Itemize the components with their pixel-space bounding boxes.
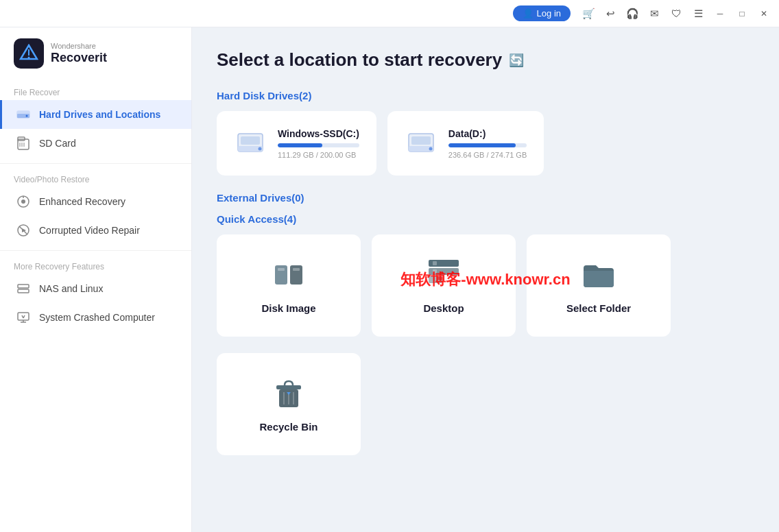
section-file-recover: File Recover bbox=[0, 82, 191, 100]
desktop-icon bbox=[426, 257, 462, 293]
drive-progress-bar-c bbox=[278, 143, 359, 147]
logo-icon bbox=[14, 38, 44, 69]
svg-rect-37 bbox=[278, 268, 285, 271]
section-video-photo: Video/Photo Restore bbox=[0, 169, 191, 187]
sidebar-item-sd-card[interactable]: SD Card bbox=[0, 129, 191, 158]
sidebar-item-label: Corrupted Video Repair bbox=[39, 225, 140, 236]
quick-access-row: Disk Image Desktop bbox=[217, 234, 754, 337]
svg-point-12 bbox=[21, 200, 25, 204]
drive-progress-fill-d bbox=[448, 143, 516, 147]
svg-rect-43 bbox=[433, 269, 437, 274]
drive-sizes-d: 236.64 GB / 274.71 GB bbox=[448, 151, 527, 159]
headset-icon[interactable]: 🎧 bbox=[623, 4, 642, 23]
sidebar-item-enhanced-recovery[interactable]: Enhanced Recovery bbox=[0, 187, 191, 216]
sidebar-item-label: NAS and Linux bbox=[39, 283, 103, 294]
app-container: Wondershare Recoverit File Recover Hard … bbox=[0, 27, 779, 532]
disk-image-icon bbox=[271, 257, 307, 293]
quick-card-recycle-bin[interactable]: Recycle Bin bbox=[217, 353, 361, 455]
system-crashed-icon bbox=[16, 310, 31, 325]
sidebar-item-label: Hard Drives and Locations bbox=[39, 109, 160, 120]
enhanced-recovery-icon bbox=[16, 194, 31, 209]
shield-icon[interactable]: 🛡 bbox=[667, 4, 686, 23]
sidebar-item-corrupted-video[interactable]: Corrupted Video Repair bbox=[0, 216, 191, 245]
sidebar-item-label: System Crashed Computer bbox=[39, 312, 155, 323]
close-button[interactable]: ✕ bbox=[754, 4, 774, 23]
svg-point-30 bbox=[259, 147, 262, 151]
main-content: 知软博客-www.knowr.cn Select a location to s… bbox=[192, 27, 779, 532]
page-title: Select a location to start recovery bbox=[217, 49, 502, 71]
page-header: Select a location to start recovery 🔄 bbox=[217, 49, 754, 71]
corrupted-video-icon bbox=[16, 223, 31, 238]
sidebar-divider-1 bbox=[0, 163, 191, 164]
disk-image-label: Disk Image bbox=[261, 302, 315, 314]
desktop-label: Desktop bbox=[423, 302, 464, 314]
drive-icon-d bbox=[405, 127, 438, 160]
login-label: Log in bbox=[537, 8, 561, 19]
product-name: Recoverit bbox=[51, 51, 107, 66]
logo-text: Wondershare Recoverit bbox=[51, 42, 107, 66]
maximize-button[interactable]: □ bbox=[732, 4, 752, 23]
svg-rect-22 bbox=[18, 313, 29, 320]
svg-point-2 bbox=[28, 57, 30, 59]
drive-card-c[interactable]: Windows-SSD(C:) 111.29 GB / 200.00 GB bbox=[217, 111, 376, 176]
quick-card-disk-image[interactable]: Disk Image bbox=[217, 234, 361, 337]
svg-rect-41 bbox=[429, 276, 442, 283]
drive-icon-c bbox=[234, 127, 267, 160]
drive-name-d: Data(D:) bbox=[448, 128, 527, 139]
drive-info-d: Data(D:) 236.64 GB / 274.71 GB bbox=[448, 128, 527, 159]
minimize-button[interactable]: ─ bbox=[710, 4, 730, 23]
hard-drives-row: Windows-SSD(C:) 111.29 GB / 200.00 GB bbox=[217, 111, 754, 176]
recycle-bin-label: Recycle Bin bbox=[259, 421, 317, 433]
svg-rect-29 bbox=[241, 136, 260, 145]
select-folder-icon bbox=[581, 257, 616, 293]
svg-point-34 bbox=[429, 147, 432, 151]
logo: Wondershare Recoverit bbox=[0, 38, 191, 82]
nas-icon bbox=[16, 281, 31, 296]
drive-card-d[interactable]: Data(D:) 236.64 GB / 274.71 GB bbox=[387, 111, 544, 176]
drive-sizes-c: 111.29 GB / 200.00 GB bbox=[278, 151, 359, 159]
external-drives-section-title: External Drives(0) bbox=[217, 192, 754, 204]
titlebar-actions: 👤 Log in 🛒 ↩ 🎧 ✉ 🛡 ☰ ─ □ ✕ bbox=[513, 4, 774, 23]
sidebar-item-system-crashed[interactable]: System Crashed Computer bbox=[0, 303, 191, 332]
restore-icon[interactable]: ↩ bbox=[601, 4, 620, 23]
svg-rect-42 bbox=[433, 261, 437, 265]
mail-icon[interactable]: ✉ bbox=[645, 4, 664, 23]
svg-rect-16 bbox=[18, 285, 29, 288]
refresh-icon[interactable]: 🔄 bbox=[509, 53, 524, 68]
quick-card-desktop[interactable]: Desktop bbox=[372, 234, 516, 337]
svg-rect-45 bbox=[276, 385, 301, 389]
sidebar: Wondershare Recoverit File Recover Hard … bbox=[0, 27, 192, 532]
drive-progress-fill-c bbox=[278, 143, 322, 147]
drive-progress-bar-d bbox=[448, 143, 527, 147]
sidebar-item-hard-drives[interactable]: Hard Drives and Locations bbox=[0, 100, 191, 129]
user-icon: 👤 bbox=[523, 8, 534, 19]
list-icon[interactable]: ☰ bbox=[688, 4, 708, 23]
brand-name: Wondershare bbox=[51, 42, 107, 51]
quick-access-section-title: Quick Access(4) bbox=[217, 213, 754, 225]
svg-line-15 bbox=[19, 226, 27, 234]
svg-rect-38 bbox=[293, 268, 300, 271]
sidebar-item-nas-linux[interactable]: NAS and Linux bbox=[0, 274, 191, 303]
login-button[interactable]: 👤 Log in bbox=[513, 5, 571, 21]
titlebar: 👤 Log in 🛒 ↩ 🎧 ✉ 🛡 ☰ ─ □ ✕ bbox=[0, 0, 779, 27]
select-folder-label: Select Folder bbox=[566, 302, 631, 314]
sidebar-divider-2 bbox=[0, 250, 191, 251]
hard-disk-section-title: Hard Disk Drives(2) bbox=[217, 90, 754, 101]
drive-name-c: Windows-SSD(C:) bbox=[278, 128, 359, 139]
sd-card-icon bbox=[16, 136, 31, 151]
svg-rect-17 bbox=[18, 289, 29, 293]
svg-rect-33 bbox=[411, 136, 431, 145]
svg-point-5 bbox=[26, 115, 28, 117]
sidebar-item-label: SD Card bbox=[39, 138, 76, 149]
quick-access-row-2: Recycle Bin bbox=[217, 353, 754, 455]
cart-icon[interactable]: 🛒 bbox=[579, 4, 598, 23]
sidebar-item-label: Enhanced Recovery bbox=[39, 196, 125, 207]
hard-drive-icon bbox=[16, 107, 31, 122]
svg-line-26 bbox=[23, 315, 25, 318]
section-more: More Recovery Features bbox=[0, 256, 191, 274]
drive-info-c: Windows-SSD(C:) 111.29 GB / 200.00 GB bbox=[278, 128, 359, 159]
quick-card-select-folder[interactable]: Select Folder bbox=[527, 234, 671, 337]
recycle-bin-icon bbox=[271, 376, 307, 411]
